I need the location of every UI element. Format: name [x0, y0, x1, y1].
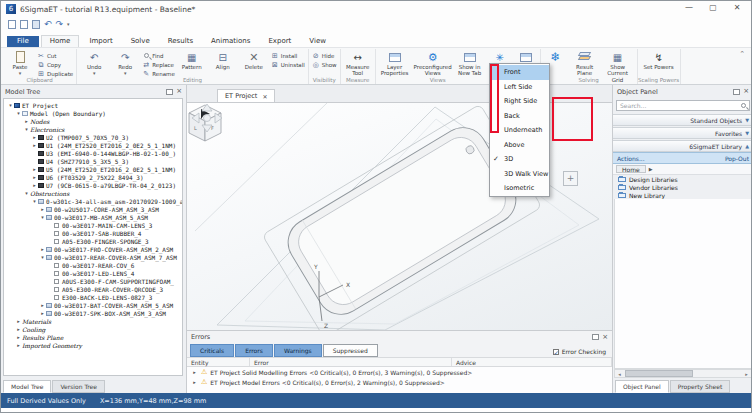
- tree-expander-icon[interactable]: ▾: [7, 102, 14, 108]
- tree-item[interactable]: E300-BACK-LED-LENS-0827_3: [5, 293, 182, 301]
- library-item-vendor[interactable]: Vendor Libraries: [613, 183, 752, 191]
- error-checking-toggle[interactable]: ✓ Error Checking: [553, 348, 606, 357]
- tree-item[interactable]: ▾00-w3E017-REAR-COVER-ASM_ASM_7_ASM: [5, 253, 182, 261]
- tree-item-checkbox[interactable]: [54, 279, 59, 284]
- tab-suppressed[interactable]: Suppressed: [323, 344, 378, 357]
- tree-item[interactable]: A0US-E300-F-CAM-SUPPORTINGFOAM_: [5, 277, 182, 285]
- tree-item[interactable]: ▸00-w3E017-BAT-COVER-ASM_ASM_5_ASM: [5, 301, 182, 309]
- tree-expander-icon[interactable]: ▸: [31, 166, 38, 172]
- tree-item[interactable]: ▸U5 (24M_ET2520_ET2016_2_0E2_5_1_1NM): [5, 165, 182, 173]
- tab-animations[interactable]: Animations: [203, 36, 258, 47]
- uninstall-button[interactable]: ⊠Uninstall: [271, 61, 305, 69]
- tree-expander-icon[interactable]: ▸: [31, 142, 38, 148]
- float-panel-icon[interactable]: [733, 89, 740, 95]
- close-panel-icon[interactable]: ×: [176, 88, 182, 95]
- cut-button[interactable]: ✂Cut: [37, 52, 73, 60]
- undo-icon[interactable]: ↶: [44, 20, 52, 29]
- library-item-design[interactable]: Design Libraries: [613, 175, 752, 183]
- row-expander-icon[interactable]: ▸: [191, 379, 198, 385]
- result-plane-button[interactable]: Result Plane: [571, 50, 599, 77]
- replace-button[interactable]: ⇄Replace: [142, 61, 175, 69]
- align-button[interactable]: ⊟Align: [209, 50, 237, 70]
- tree-item[interactable]: U3 (EMI-6940-0-144WLBGP-HB-02-1-00_): [5, 149, 182, 157]
- show-button[interactable]: ◎Show: [312, 61, 337, 69]
- library-item-new[interactable]: New Library: [613, 191, 752, 199]
- section-favorites[interactable]: Favorites ▼: [613, 127, 752, 139]
- tree-item[interactable]: ▾0-w301c-34-all-asm_asm-20170929-1009_as…: [5, 197, 182, 205]
- tree-expander-icon[interactable]: ▾: [15, 110, 22, 116]
- tree-item-checkbox[interactable]: [54, 295, 59, 300]
- pan-control[interactable]: [187, 103, 227, 133]
- tree-expander-icon[interactable]: ▸: [15, 326, 22, 332]
- tab-export[interactable]: Export: [260, 36, 299, 47]
- tree-expander-icon[interactable]: ▸: [15, 334, 22, 340]
- scrollbar-thumb[interactable]: [625, 370, 693, 377]
- save-icon[interactable]: [32, 20, 40, 29]
- undo-button[interactable]: ↶Undo▾: [80, 50, 108, 77]
- tree-expander-icon[interactable]: ▸: [39, 310, 46, 316]
- search-icon[interactable]: [741, 103, 746, 108]
- tab-model-tree[interactable]: Model Tree: [3, 380, 51, 393]
- open-document-icon[interactable]: [20, 20, 28, 29]
- tree-expander-icon[interactable]: ▸: [31, 134, 38, 140]
- layer-properties-button[interactable]: Layer Properties: [379, 50, 411, 77]
- tree-item[interactable]: ▸U6 (FT03529_2_75X22_8494_3): [5, 173, 182, 181]
- new-document-icon[interactable]: [8, 20, 16, 29]
- find-button[interactable]: Find: [142, 52, 175, 60]
- float-panel-icon[interactable]: [592, 334, 599, 340]
- solve-button[interactable]: ❄: [544, 50, 568, 63]
- tab-object-panel[interactable]: Object Panel: [615, 380, 669, 393]
- close-panel-icon[interactable]: ×: [602, 334, 608, 341]
- menu-item-isometric[interactable]: Isometric: [490, 181, 549, 196]
- column-error[interactable]: Error: [250, 358, 452, 366]
- float-panel-icon[interactable]: [166, 89, 173, 95]
- column-advice[interactable]: Advice: [452, 358, 612, 366]
- tab-view[interactable]: View: [301, 36, 334, 47]
- tab-criticals[interactable]: Criticals: [190, 344, 234, 357]
- close-tab-icon[interactable]: ✕: [262, 93, 267, 100]
- tree-item-checkbox[interactable]: [54, 231, 59, 236]
- paste-button[interactable]: Paste▾: [6, 50, 34, 77]
- tree-item-checkbox[interactable]: [54, 263, 59, 268]
- tree-expander-icon[interactable]: ▸: [31, 174, 38, 180]
- tree-item[interactable]: ▸00-w3E017-FRO-COVER-ASM_ASM_2_ASM: [5, 245, 182, 253]
- menu-item-3d-walk-view[interactable]: 3D Walk View: [490, 167, 549, 182]
- tree-item-checkbox[interactable]: [54, 223, 59, 228]
- viewport-tab-et-project[interactable]: ET Project ✕: [217, 89, 275, 102]
- tab-errors[interactable]: Errors: [235, 344, 273, 357]
- tab-import[interactable]: Import: [81, 36, 120, 47]
- copy-button[interactable]: ⧉Copy: [37, 61, 73, 69]
- tree-item[interactable]: 00-w3E017-MAIN-CAM-LENS_3: [5, 221, 182, 229]
- breadcrumb-home-button[interactable]: Home: [616, 165, 646, 173]
- tree-item[interactable]: ▾00-w3E017-MB-ASM_ASM_5_ASM: [5, 213, 182, 221]
- tree-item[interactable]: ▸U7 (9CB-0615-0-a79LBGP-TR-04_2_0123): [5, 181, 182, 189]
- preconfigured-views-button[interactable]: ⚙Preconfigured Views: [414, 50, 452, 77]
- tree-expander-icon[interactable]: ▾: [23, 126, 30, 132]
- tree-item[interactable]: ▾Model (Open Boundary): [5, 109, 182, 117]
- tab-solve[interactable]: Solve: [123, 36, 158, 47]
- scroll-right-icon[interactable]: ▸: [742, 371, 751, 377]
- set-powers-button[interactable]: ↯Set Powers: [641, 50, 677, 70]
- tree-expander-icon[interactable]: ▸: [23, 118, 30, 124]
- pop-out-button[interactable]: Pop-Out: [725, 155, 749, 162]
- actions-menu[interactable]: Actions...: [617, 155, 645, 162]
- delete-button[interactable]: ✕Delete: [240, 50, 268, 70]
- tree-expander-icon[interactable]: ▸: [15, 318, 22, 324]
- tree-expander-icon[interactable]: ▾: [23, 190, 30, 196]
- error-row[interactable]: ▸ ⚠ ET Project Solid Modelling Errors <0…: [187, 367, 612, 377]
- column-entity[interactable]: Entity: [187, 358, 250, 366]
- menu-item-3d[interactable]: ✓3D: [490, 152, 549, 167]
- tab-results[interactable]: Results: [160, 36, 201, 47]
- tree-item-checkbox[interactable]: [54, 287, 59, 292]
- tree-item[interactable]: ▸00-w3E017-SPK-BOX-ASM_ASM_3_ASM: [5, 309, 182, 317]
- show-in-new-tab-button[interactable]: Show in New Tab: [455, 50, 485, 77]
- scroll-left-icon[interactable]: ◂: [615, 371, 624, 377]
- redo-button[interactable]: ↷Redo▾: [111, 50, 139, 77]
- tree-item[interactable]: 00-w3E017-REAR-COV_6: [5, 261, 182, 269]
- tab-version-tree[interactable]: Version Tree: [52, 380, 104, 393]
- tab-home[interactable]: Home: [41, 35, 80, 47]
- ribbon-collapse-icon[interactable]: ⌃: [739, 50, 745, 58]
- tree-item[interactable]: ▸Materials: [5, 317, 182, 325]
- zoom-in-button[interactable]: +: [563, 171, 578, 186]
- measure-tool-button[interactable]: ↔Measure Tool: [344, 50, 372, 77]
